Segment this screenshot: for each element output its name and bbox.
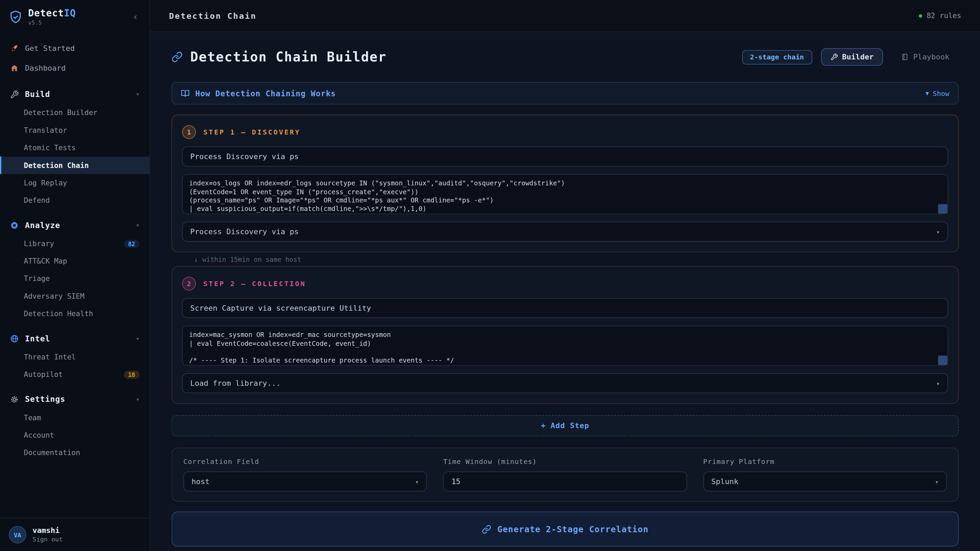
sidebar-item-label: Detection Chain — [24, 161, 89, 170]
show-toggle-button[interactable]: ▼ Show — [926, 89, 950, 97]
sidebar-item-threat-intel[interactable]: Threat Intel — [0, 348, 150, 366]
library-count-badge: 82 — [124, 239, 140, 247]
user-meta: vamshi Sign out — [32, 526, 62, 543]
sidebar-item-translator[interactable]: Translator — [0, 121, 150, 139]
connector-label: within 15min on same host — [202, 255, 301, 263]
page-content: Detection Chain Builder 2-stage chain Bu… — [150, 32, 980, 551]
shield-logo-icon — [9, 10, 22, 23]
sidebar-item-dashboard[interactable]: Dashboard — [0, 58, 150, 78]
chevron-down-icon: ▾ — [136, 396, 140, 403]
generate-correlation-label: Generate 2-Stage Correlation — [497, 524, 648, 534]
sidebar-item-detection-builder[interactable]: Detection Builder — [0, 104, 150, 121]
chevron-down-icon: ▾ — [136, 221, 140, 228]
sidebar-item-team[interactable]: Team — [0, 409, 150, 427]
logo: DetectIQ v5.5 ‹ — [0, 0, 150, 32]
add-step-button[interactable]: + Add Step — [172, 415, 959, 436]
sidebar-item-label: Adversary SIEM — [24, 292, 84, 301]
step-2-query-textarea[interactable]: index=mac_sysmon OR index=edr_mac source… — [182, 326, 948, 366]
playbook-mode-button[interactable]: Playbook — [892, 48, 959, 65]
correlation-field-select[interactable]: host ▾ — [183, 471, 427, 492]
wrench-icon — [10, 90, 19, 99]
sidebar-item-label: Library — [24, 239, 54, 248]
sidebar-item-atomic-tests[interactable]: Atomic Tests — [0, 139, 150, 156]
show-toggle-label: Show — [933, 89, 950, 97]
chevron-down-icon: ▾ — [936, 228, 940, 235]
brand-accent: IQ — [64, 8, 76, 19]
notebook-icon — [901, 53, 909, 61]
section-label: Settings — [25, 394, 65, 404]
sidebar-collapse-button[interactable]: ‹ — [130, 11, 141, 22]
sidebar-item-label: Translator — [24, 126, 67, 135]
arrow-down-icon: ↓ — [194, 255, 198, 263]
book-open-icon — [181, 89, 190, 98]
sidebar-section-settings[interactable]: Settings ▾ — [0, 388, 150, 409]
select-value: Process Discovery via ps — [190, 228, 299, 236]
sidebar-item-label: Get Started — [25, 44, 75, 53]
link-icon — [482, 524, 492, 534]
chevron-down-icon: ▾ — [136, 335, 140, 342]
time-window-input[interactable] — [443, 471, 687, 492]
step-1-library-select[interactable]: Process Discovery via ps ▾ — [182, 221, 948, 242]
playbook-mode-label: Playbook — [913, 53, 949, 61]
sidebar-item-autopilot[interactable]: Autopilot 18 — [0, 366, 150, 383]
builder-mode-button[interactable]: Builder — [821, 48, 883, 65]
generate-correlation-button[interactable]: Generate 2-Stage Correlation — [172, 511, 959, 546]
sidebar-item-label: Autopilot — [24, 370, 63, 379]
sidebar-item-adversary-siem[interactable]: Adversary SIEM — [0, 287, 150, 305]
sidebar-item-attack-map[interactable]: ATT&CK Map — [0, 252, 150, 270]
rules-counter: ● 82 rules — [919, 11, 961, 20]
sidebar-item-label: Team — [24, 413, 41, 422]
brand-primary: Detect — [28, 8, 64, 19]
sidebar-item-account[interactable]: Account — [0, 427, 150, 444]
sidebar-item-label: Defend — [24, 196, 50, 205]
page-header: Detection Chain Builder 2-stage chain Bu… — [172, 48, 959, 65]
page-title-wrap: Detection Chain Builder — [172, 49, 387, 65]
sidebar-section-build[interactable]: Build ▾ — [0, 83, 150, 104]
sidebar-item-defend[interactable]: Defend — [0, 191, 150, 209]
step-2-header: 2 STEP 2 — COLLECTION — [182, 277, 948, 290]
header-controls: 2-stage chain Builder Playbook — [742, 48, 958, 65]
chevron-down-icon: ▾ — [136, 91, 140, 98]
sidebar-item-label: Threat Intel — [24, 353, 76, 361]
step-1-name-input[interactable] — [182, 147, 948, 167]
user-name: vamshi — [32, 526, 62, 535]
sidebar-item-log-replay[interactable]: Log Replay — [0, 174, 150, 191]
topbar: Detection Chain ● 82 rules — [150, 0, 980, 32]
sidebar-item-detection-chain[interactable]: Detection Chain — [0, 156, 150, 174]
sidebar-item-triage[interactable]: Triage — [0, 270, 150, 287]
primary-platform-group: Primary Platform Splunk ▾ — [703, 458, 947, 492]
select-value: Load from library... — [190, 379, 281, 388]
chevron-down-icon: ▾ — [936, 380, 940, 387]
sidebar-section-intel[interactable]: Intel ▾ — [0, 327, 150, 348]
step-number-badge: 1 — [182, 125, 196, 139]
sidebar-nav: Get Started Dashboard Build ▾ Detection … — [0, 32, 150, 518]
rocket-icon — [10, 44, 19, 53]
primary-platform-select[interactable]: Splunk ▾ — [703, 471, 947, 492]
sidebar-item-label: Detection Builder — [24, 108, 98, 117]
brand-name: DetectIQ — [28, 8, 76, 19]
sidebar-item-detection-health[interactable]: Detection Health — [0, 305, 150, 322]
sidebar-item-documentation[interactable]: Documentation — [0, 444, 150, 461]
step-2-library-select[interactable]: Load from library... ▾ — [182, 373, 948, 393]
app-version: v5.5 — [28, 19, 76, 25]
app-root: DetectIQ v5.5 ‹ Get Started Dashboard — [0, 0, 980, 551]
sidebar-item-label: Documentation — [24, 448, 80, 457]
sidebar-section-analyze[interactable]: Analyze ▾ — [0, 214, 150, 235]
step-2-name-input[interactable] — [182, 298, 948, 318]
sidebar: DetectIQ v5.5 ‹ Get Started Dashboard — [0, 0, 150, 551]
sidebar-item-get-started[interactable]: Get Started — [0, 38, 150, 58]
sidebar-item-label: Dashboard — [25, 64, 65, 73]
avatar: VA — [9, 526, 26, 543]
rules-count-label: 82 rules — [926, 11, 961, 20]
step-1-query-textarea[interactable]: index=os_logs OR index=edr_logs sourcety… — [182, 174, 948, 214]
how-it-works-banner[interactable]: How Detection Chaining Works ▼ Show — [172, 82, 959, 105]
triangle-down-icon: ▼ — [926, 90, 929, 96]
chevron-down-icon: ▾ — [415, 478, 419, 485]
correlation-config-card: Correlation Field host ▾ Time Window (mi… — [172, 447, 959, 502]
main-area: Detection Chain ● 82 rules Detection Cha… — [150, 0, 980, 551]
step-number-badge: 2 — [182, 277, 196, 290]
sign-out-link[interactable]: Sign out — [32, 535, 62, 543]
step-1-header: 1 STEP 1 — DISCOVERY — [182, 125, 948, 139]
sidebar-item-library[interactable]: Library 82 — [0, 235, 150, 252]
link-icon — [172, 51, 183, 62]
